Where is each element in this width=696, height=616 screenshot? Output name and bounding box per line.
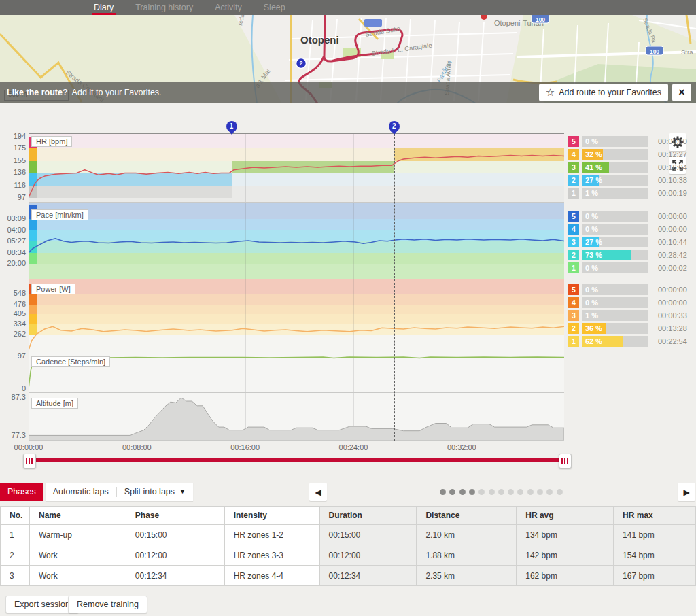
phase-cell: 141 bpm bbox=[614, 525, 696, 545]
zone-time: 00:13:28 bbox=[658, 323, 687, 334]
y-axis-line bbox=[29, 133, 29, 441]
y-axis-tick: 08:34 bbox=[0, 248, 26, 256]
phase-marker-1[interactable]: 1 bbox=[226, 121, 237, 132]
zone-bar-fill bbox=[582, 310, 582, 321]
phase-cell: 00:12:00 bbox=[319, 545, 417, 566]
tab-phases[interactable]: Phases bbox=[0, 483, 44, 501]
power-zone-row: 236 %00:13:28 bbox=[568, 323, 696, 334]
page-dot-7[interactable] bbox=[498, 489, 504, 495]
close-favorites-bar-button[interactable]: × bbox=[672, 84, 691, 101]
zone-time: 00:00:00 bbox=[658, 284, 687, 295]
hr-zone-row: 50 %00:00:00 bbox=[568, 136, 696, 147]
phase-marker-2[interactable]: 2 bbox=[389, 121, 400, 132]
zone-percent: 32 % bbox=[585, 149, 602, 160]
zone-time: 00:00:02 bbox=[658, 262, 687, 273]
y-axis-tick: 136 bbox=[0, 168, 26, 176]
star-icon: ☆ bbox=[546, 86, 555, 99]
page-dot-4[interactable] bbox=[469, 489, 475, 495]
nav-item-diary[interactable]: Diary bbox=[92, 0, 116, 15]
alt-chart-panel[interactable] bbox=[29, 393, 564, 441]
time-axis-label: 00:00:00 bbox=[14, 443, 44, 451]
map-poi bbox=[364, 19, 382, 27]
page-dot-6[interactable] bbox=[489, 489, 495, 495]
slider-handle-left[interactable] bbox=[23, 454, 36, 468]
power-series bbox=[29, 279, 564, 352]
nav-item-sleep[interactable]: Sleep bbox=[262, 0, 288, 15]
phase-cell: 2 bbox=[1, 545, 30, 566]
time-axis-label: 00:32:00 bbox=[447, 443, 476, 451]
phase-cell: HR zones 1-2 bbox=[224, 525, 319, 545]
route-marker-2[interactable]: 2 bbox=[296, 58, 307, 69]
y-axis-tick: 405 bbox=[0, 309, 26, 318]
zone-percent: 27 % bbox=[585, 175, 602, 186]
zone-bar-fill bbox=[582, 188, 582, 199]
tab-split-into-laps[interactable]: Split into laps ▼ bbox=[117, 483, 193, 501]
phase-marker-line bbox=[232, 131, 232, 441]
route-map[interactable]: OtopeniOtopeni-TunariStrada SofiaStrada … bbox=[0, 15, 696, 103]
zone-percent: 0 % bbox=[585, 211, 598, 222]
zone-percent: 73 % bbox=[585, 250, 602, 260]
favorites-bar: Like the route?Add it to your Favorites.… bbox=[0, 82, 696, 103]
page-dot-1[interactable] bbox=[440, 489, 446, 495]
page-dot-8[interactable] bbox=[508, 489, 514, 495]
nav-item-training-history[interactable]: Training history bbox=[133, 0, 195, 15]
chart-border bbox=[29, 441, 564, 441]
zone-number-chip: 3 bbox=[568, 237, 579, 247]
column-header-hr-avg: HR avg bbox=[517, 507, 614, 525]
power-zone-row: 31 %00:00:33 bbox=[568, 310, 696, 321]
phase-cell: Work bbox=[29, 545, 126, 566]
zone-time: 00:00:00 bbox=[658, 297, 687, 308]
cad-chart-title: Cadence [Steps/min] bbox=[31, 356, 110, 367]
page-dot-3[interactable] bbox=[459, 489, 466, 495]
y-axis-tick: 262 bbox=[0, 330, 26, 338]
laps-tab-group: Automatic laps Split into laps ▼ bbox=[46, 483, 193, 501]
laps-next-button[interactable]: ▶ bbox=[678, 483, 695, 501]
timeline-slider-track[interactable] bbox=[29, 458, 564, 462]
phase-cell: Work bbox=[29, 566, 126, 586]
page-dot-12[interactable] bbox=[546, 489, 553, 495]
zone-number-chip: 2 bbox=[568, 175, 579, 186]
zone-number-chip: 3 bbox=[568, 162, 579, 173]
phase-cell: Warm-up bbox=[29, 525, 126, 545]
phase-cell: 142 bpm bbox=[517, 545, 614, 566]
zone-percent: 0 % bbox=[585, 224, 598, 235]
favorites-prompt-rest: Add it to your Favorites. bbox=[72, 88, 162, 97]
phase-row: 3Work00:12:34HR zones 4-400:12:342.35 km… bbox=[1, 566, 696, 586]
y-axis-tick: 97 bbox=[0, 352, 26, 360]
page-dot-10[interactable] bbox=[527, 489, 534, 495]
zone-number-chip: 4 bbox=[568, 297, 579, 308]
page-dot-9[interactable] bbox=[517, 489, 523, 495]
power-chart-panel[interactable] bbox=[29, 279, 564, 352]
y-axis-tick: 194 bbox=[0, 132, 26, 140]
remove-training-button[interactable]: Remove training bbox=[68, 596, 147, 613]
zone-number-chip: 1 bbox=[568, 262, 579, 273]
zone-time: 00:16:04 bbox=[658, 162, 687, 173]
tab-automatic-laps[interactable]: Automatic laps bbox=[46, 483, 116, 501]
page-dot-5[interactable] bbox=[478, 489, 485, 495]
zone-number-chip: 4 bbox=[568, 224, 579, 235]
y-axis-tick: 175 bbox=[0, 143, 26, 152]
y-axis-tick: 20:00 bbox=[0, 259, 26, 267]
phase-cell: HR zones 3-3 bbox=[224, 545, 319, 566]
hr-chart-panel[interactable] bbox=[29, 133, 564, 203]
page-dot-11[interactable] bbox=[537, 489, 543, 495]
phase-marker-line bbox=[394, 131, 395, 441]
time-axis-label: 00:24:00 bbox=[339, 443, 368, 451]
phase-cell: 3 bbox=[1, 566, 30, 586]
zone-percent: 41 % bbox=[585, 162, 602, 173]
page-dot-2[interactable] bbox=[449, 489, 455, 495]
nav-item-activity[interactable]: Activity bbox=[213, 0, 244, 15]
phases-table: No.NamePhaseIntensityDurationDistanceHR … bbox=[0, 506, 696, 586]
laps-prev-button[interactable]: ◀ bbox=[309, 483, 327, 501]
y-axis-tick: 548 bbox=[0, 289, 26, 297]
y-axis-tick: 476 bbox=[0, 300, 26, 308]
y-axis-tick: 0 bbox=[0, 384, 26, 392]
slider-handle-right[interactable] bbox=[559, 454, 572, 468]
hr-zone-row: 341 %00:16:04 bbox=[568, 162, 696, 173]
pace-chart-panel[interactable] bbox=[29, 203, 564, 279]
add-route-to-favorites-button[interactable]: ☆ Add route to your Favorites bbox=[539, 84, 668, 101]
time-axis-label: 00:08:00 bbox=[122, 443, 152, 451]
page-dot-13[interactable] bbox=[557, 489, 563, 495]
phase-cell: 1 bbox=[1, 525, 30, 545]
favorites-prompt: Like the route?Add it to your Favorites. bbox=[7, 88, 539, 97]
